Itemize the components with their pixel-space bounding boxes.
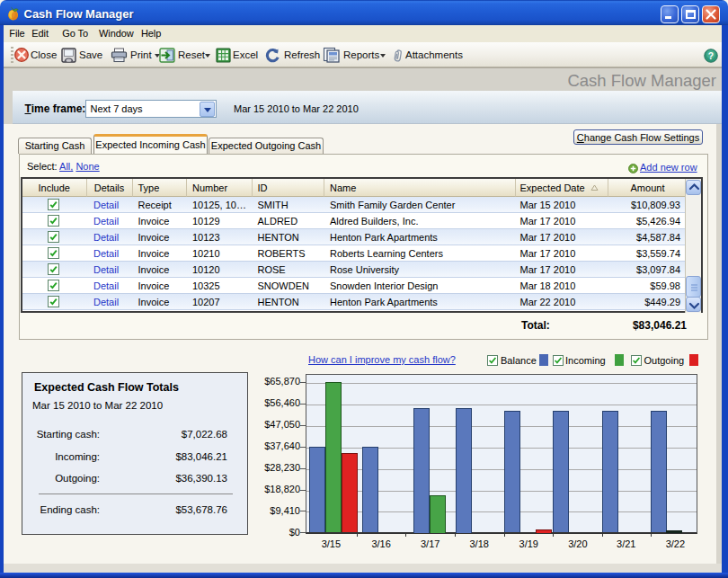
svg-text:?: ? — [708, 51, 714, 61]
